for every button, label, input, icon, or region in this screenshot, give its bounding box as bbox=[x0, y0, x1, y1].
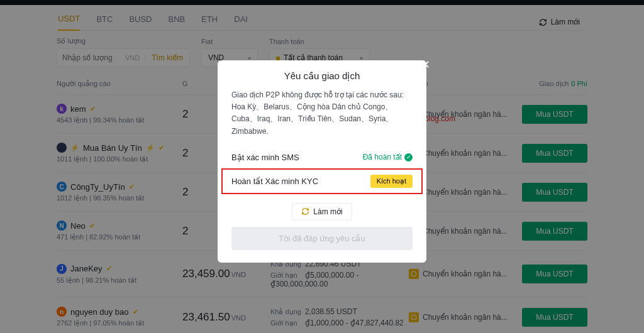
sms-label: Bật xác minh SMS bbox=[231, 153, 299, 162]
kyc-requirement-row: Hoàn tất Xác minh KYC Kích hoạt bbox=[221, 168, 423, 194]
modal-description: Giao dịch P2P không được hỗ trợ tại các … bbox=[218, 89, 426, 146]
modal-title: Yêu cầu giao dịch bbox=[218, 60, 426, 89]
sms-requirement-row: Bật xác minh SMS Đã hoàn tất ✓ bbox=[218, 146, 426, 168]
activate-kyc-button[interactable]: Kích hoạt bbox=[370, 175, 413, 188]
check-circle-icon: ✓ bbox=[404, 153, 413, 161]
sms-status: Đã hoàn tất ✓ bbox=[363, 153, 413, 161]
kyc-label: Hoàn tất Xác minh KYC bbox=[231, 177, 318, 186]
refresh-icon bbox=[301, 207, 309, 216]
close-icon[interactable]: ✕ bbox=[421, 58, 430, 72]
trade-requirement-modal: ✕ Yêu cầu giao dịch Giao dịch P2P không … bbox=[218, 60, 426, 263]
confirm-button: Tôi đã đáp ứng yêu cầu bbox=[231, 227, 413, 250]
modal-overlay: ✕ Yêu cầu giao dịch Giao dịch P2P không … bbox=[0, 0, 644, 333]
modal-refresh-button[interactable]: Làm mới bbox=[292, 203, 352, 221]
